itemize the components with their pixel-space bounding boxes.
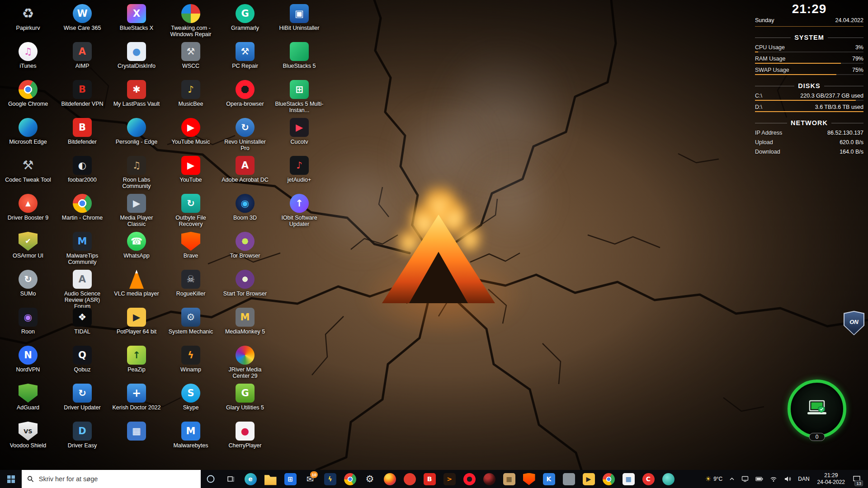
desktop-icon-winamp[interactable]: ϟWinamp bbox=[165, 344, 217, 382]
desktop-icon-malwaretips-community[interactable]: MMalwareTips Community bbox=[56, 230, 108, 268]
desktop-icon-voodoo-shield[interactable]: VSVoodoo Shield bbox=[2, 420, 54, 458]
desktop-icon-crystaldiskinfo[interactable]: ●CrystalDiskInfo bbox=[110, 41, 163, 79]
desktop-icon-driver-updater[interactable]: ↻Driver Updater bbox=[56, 382, 108, 420]
desktop-icon-tweaking-com-windows-repair[interactable]: Tweaking.com - Windows Repair bbox=[165, 3, 217, 41]
taskbar-icon-red-circle-app[interactable] bbox=[400, 470, 420, 488]
taskbar-icon-gray-app[interactable] bbox=[559, 470, 579, 488]
desktop-icon-start-tor-browser[interactable]: Start Tor Browser bbox=[219, 268, 271, 306]
desktop-icon-bluestacks-x[interactable]: XBlueStacks X bbox=[110, 3, 163, 41]
display-tray-icon[interactable] bbox=[738, 470, 752, 488]
desktop-icon-codec-tweak-tool[interactable]: ⚒Codec Tweak Tool bbox=[2, 155, 54, 192]
desktop-icon-roon[interactable]: ◉Roon bbox=[2, 306, 54, 344]
network-tray-icon[interactable] bbox=[767, 470, 780, 488]
desktop-icon-jetaudio[interactable]: ♪jetAudio+ bbox=[273, 155, 326, 192]
desktop-icon-roon-labs-community[interactable]: ♫Roon Labs Community bbox=[110, 155, 163, 192]
desktop-icon-qobuz[interactable]: QQobuz bbox=[56, 344, 108, 382]
desktop-icon-skype[interactable]: SSkype bbox=[165, 382, 217, 420]
taskbar-icon-firefox[interactable] bbox=[380, 470, 400, 488]
desktop-icon-peazip[interactable]: ↑PeaZip bbox=[110, 344, 163, 382]
desktop-icon-roguekiller[interactable]: ☠RogueKiller bbox=[165, 268, 217, 306]
battery-tray-icon[interactable] bbox=[752, 470, 766, 488]
desktop-icon-adobe-acrobat-dc[interactable]: AAdobe Acrobat DC bbox=[219, 155, 271, 192]
taskbar-icon-lightning-app[interactable]: ϟ bbox=[320, 470, 340, 488]
taskbar-icon-chrome[interactable] bbox=[340, 470, 360, 488]
desktop-icon-bitdefender-vpn[interactable]: BBitdefender VPN bbox=[56, 79, 108, 117]
desktop-icon-aimp[interactable]: AAIMP bbox=[56, 41, 108, 79]
taskbar-search[interactable] bbox=[22, 470, 201, 488]
taskbar-icon-file-explorer[interactable] bbox=[260, 470, 280, 488]
search-input[interactable] bbox=[38, 475, 195, 483]
cortana-button[interactable] bbox=[201, 470, 221, 488]
action-center-button[interactable]: 13 bbox=[849, 470, 864, 488]
desktop-icon-cucotv[interactable]: ▶Cucotv bbox=[273, 117, 326, 155]
desktop-icon-youtube-music[interactable]: ▶YouTube Music bbox=[165, 117, 217, 155]
taskbar-icon-brave[interactable] bbox=[519, 470, 539, 488]
start-button[interactable] bbox=[0, 470, 22, 488]
taskbar-icon-settings[interactable]: ⚙ bbox=[360, 470, 380, 488]
desktop-icon-malwarebytes[interactable]: MMalwarebytes bbox=[165, 420, 217, 458]
taskbar-icon-edge-browser[interactable]: e bbox=[241, 470, 260, 488]
desktop-icon-adguard[interactable]: AdGuard bbox=[2, 382, 54, 420]
desktop-icon-google-chrome[interactable]: Google Chrome bbox=[2, 79, 54, 117]
desktop-icon-jriver-media-center-29[interactable]: JRiver Media Center 29 bbox=[219, 344, 271, 382]
desktop-icon-osarmor-ui[interactable]: ✔OSArmor UI bbox=[2, 230, 54, 268]
desktop-icon-personlig-edge[interactable]: Personlig - Edge bbox=[110, 117, 163, 155]
desktop-icon-system-mechanic[interactable]: ⚙System Mechanic bbox=[165, 306, 217, 344]
desktop-icon-pc-repair[interactable]: ⚒PC Repair bbox=[219, 41, 271, 79]
task-view-button[interactable] bbox=[221, 470, 241, 488]
desktop-icon-youtube[interactable]: ▶YouTube bbox=[165, 155, 217, 192]
desktop-icon-my-lastpass-vault[interactable]: ✱My LastPass Vault bbox=[110, 79, 163, 117]
desktop-icon-glary-utilities-5[interactable]: GGlary Utilities 5 bbox=[219, 382, 271, 420]
desktop-icon-sumo[interactable]: ↻SUMo bbox=[2, 268, 54, 306]
desktop-icon-martin-chrome[interactable]: Martin - Chrome bbox=[56, 192, 108, 230]
desktop-icon-wise-care-365[interactable]: WWise Care 365 bbox=[56, 3, 108, 41]
desktop-icon-outbyte-file-recovery[interactable]: ↻Outbyte File Recovery bbox=[165, 192, 217, 230]
taskbar-icon-potplayer[interactable]: ▶ bbox=[579, 470, 599, 488]
taskbar-icon-mail[interactable]: ✉10 bbox=[300, 470, 320, 488]
taskbar-icon-blue-k-app[interactable]: K bbox=[539, 470, 559, 488]
weather-tray-item[interactable]: ☀ 9°C bbox=[702, 470, 726, 488]
desktop-icon-driver-easy[interactable]: DDriver Easy bbox=[56, 420, 108, 458]
desktop-icon-papirkurv[interactable]: ♻Papirkurv bbox=[2, 3, 54, 41]
taskbar-clock[interactable]: 21:29 24-04-2022 bbox=[813, 472, 849, 486]
desktop-icon-hibit-uninstaller[interactable]: ▣HiBit Uninstaller bbox=[273, 3, 326, 41]
desktop-icon-whatsapp[interactable]: ☎WhatsApp bbox=[110, 230, 163, 268]
desktop-icon-media-player-classic[interactable]: ▶Media Player Classic bbox=[110, 192, 163, 230]
taskbar-icon-teal-circle-app[interactable] bbox=[658, 470, 678, 488]
volume-tray-icon[interactable] bbox=[781, 470, 794, 488]
desktop-icon-microsoft-edge[interactable]: Microsoft Edge bbox=[2, 117, 54, 155]
desktop-icon-opera-browser[interactable]: Opera-browser bbox=[219, 79, 271, 117]
taskbar-icon-orange-arrow-app[interactable]: > bbox=[439, 470, 459, 488]
desktop-icon-foobar2000[interactable]: ◐foobar2000 bbox=[56, 155, 108, 192]
desktop-icon-bitdefender[interactable]: BBitdefender bbox=[56, 117, 108, 155]
desktop[interactable]: ♻Papirkurv♫iTunesGoogle ChromeMicrosoft … bbox=[0, 0, 868, 470]
desktop-icon-potplayer-64-bit[interactable]: ▶PotPlayer 64 bit bbox=[110, 306, 163, 344]
language-indicator[interactable]: DAN bbox=[795, 470, 812, 488]
desktop-icon-grammarly[interactable]: GGrammarly bbox=[219, 3, 271, 41]
desktop-icon-cherryplayer[interactable]: ●CherryPlayer bbox=[219, 420, 271, 458]
taskbar-icon-white-tile-app[interactable]: ▦ bbox=[618, 470, 638, 488]
desktop-icon-vlc-media-player[interactable]: VLC media player bbox=[110, 268, 163, 306]
desktop-icon-bluestacks-5[interactable]: BlueStacks 5 bbox=[273, 41, 326, 79]
desktop-icon-iobit-software-updater[interactable]: ↑IObit Software Updater bbox=[273, 192, 326, 230]
security-gauge-widget[interactable]: 0 bbox=[788, 380, 846, 438]
taskbar-icon-cherry-red-app[interactable]: C bbox=[638, 470, 658, 488]
desktop-icon-bluestacks-5-multi-instan[interactable]: ⊞BlueStacks 5 Multi-Instan... bbox=[273, 79, 326, 117]
taskbar-icon-bitdefender[interactable]: B bbox=[420, 470, 439, 488]
hidden-icons-chevron[interactable] bbox=[726, 470, 738, 488]
desktop-icon-wscc[interactable]: ⚒WSCC bbox=[165, 41, 217, 79]
taskbar-icon-opera[interactable] bbox=[459, 470, 479, 488]
desktop-icon-mediamonkey-5[interactable]: MMediaMonkey 5 bbox=[219, 306, 271, 344]
taskbar-icon-tan-app[interactable]: ▦ bbox=[499, 470, 519, 488]
taskbar-icon-dark-sphere-app[interactable] bbox=[479, 470, 499, 488]
taskbar-icon-microsoft-store[interactable]: ⊞ bbox=[280, 470, 300, 488]
desktop-icon-revo-uninstaller-pro[interactable]: ↻Revo Uninstaller Pro bbox=[219, 117, 271, 155]
desktop-icon-itunes[interactable]: ♫iTunes bbox=[2, 41, 54, 79]
desktop-icon-musicbee[interactable]: ♪MusicBee bbox=[165, 79, 217, 117]
desktop-icon-tidal[interactable]: ❖TIDAL bbox=[56, 306, 108, 344]
desktop-icon-unlabeled-blue-app[interactable]: ▦ bbox=[110, 420, 163, 458]
desktop-icon-boom-3d[interactable]: ◉Boom 3D bbox=[219, 192, 271, 230]
desktop-icon-audio-science-review-asr-forum[interactable]: AAudio Science Review (ASR) Forum bbox=[56, 268, 108, 306]
desktop-icon-nordvpn[interactable]: NNordVPN bbox=[2, 344, 54, 382]
taskbar-icon-chrome-profile-2[interactable] bbox=[599, 470, 618, 488]
